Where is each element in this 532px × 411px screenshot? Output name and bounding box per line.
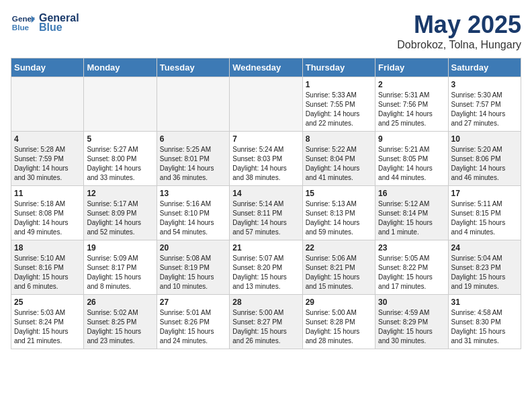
day-info: Sunrise: 5:05 AM Sunset: 8:22 PM Dayligh… [378,254,445,291]
day-info: Sunrise: 5:27 AM Sunset: 8:00 PM Dayligh… [87,145,153,183]
weekday-header-sunday: Sunday [11,58,84,77]
day-cell: 23Sunrise: 5:05 AM Sunset: 8:22 PM Dayli… [375,240,448,295]
calendar-header: SundayMondayTuesdayWednesdayThursdayFrid… [11,58,521,77]
day-cell: 25Sunrise: 5:03 AM Sunset: 8:24 PM Dayli… [11,295,84,349]
weekday-header-wednesday: Wednesday [230,58,302,77]
logo-icon: General Blue [11,11,35,35]
day-cell: 21Sunrise: 5:07 AM Sunset: 8:20 PM Dayli… [230,240,302,295]
day-cell [157,77,229,132]
day-info: Sunrise: 5:03 AM Sunset: 8:24 PM Dayligh… [14,308,81,346]
day-info: Sunrise: 5:00 AM Sunset: 8:28 PM Dayligh… [306,308,372,346]
day-cell: 27Sunrise: 5:01 AM Sunset: 8:26 PM Dayli… [157,295,229,349]
day-cell: 5Sunrise: 5:27 AM Sunset: 8:00 PM Daylig… [84,132,157,186]
day-number: 18 [14,243,81,253]
day-number: 30 [378,298,445,307]
day-number: 10 [451,134,518,144]
day-number: 17 [451,189,518,198]
day-number: 12 [87,189,153,198]
svg-text:Blue: Blue [12,23,30,32]
day-info: Sunrise: 5:17 AM Sunset: 8:09 PM Dayligh… [87,199,153,237]
day-info: Sunrise: 5:09 AM Sunset: 8:17 PM Dayligh… [87,254,153,291]
day-cell [84,77,157,132]
day-info: Sunrise: 5:02 AM Sunset: 8:25 PM Dayligh… [87,308,153,346]
day-cell: 26Sunrise: 5:02 AM Sunset: 8:25 PM Dayli… [84,295,157,349]
day-number: 28 [232,298,299,307]
day-cell: 9Sunrise: 5:21 AM Sunset: 8:05 PM Daylig… [375,132,448,186]
day-number: 27 [160,298,226,307]
day-info: Sunrise: 5:30 AM Sunset: 7:57 PM Dayligh… [451,91,518,128]
day-info: Sunrise: 5:12 AM Sunset: 8:14 PM Dayligh… [378,199,445,237]
day-cell: 7Sunrise: 5:24 AM Sunset: 8:03 PM Daylig… [230,132,302,186]
day-cell: 31Sunrise: 4:58 AM Sunset: 8:30 PM Dayli… [448,295,521,349]
day-cell: 2Sunrise: 5:31 AM Sunset: 7:56 PM Daylig… [375,77,448,132]
day-number: 24 [451,243,518,253]
day-cell: 3Sunrise: 5:30 AM Sunset: 7:57 PM Daylig… [448,77,521,132]
day-info: Sunrise: 5:31 AM Sunset: 7:56 PM Dayligh… [378,91,445,128]
day-cell: 15Sunrise: 5:13 AM Sunset: 8:13 PM Dayli… [302,186,375,240]
week-row-1: 1Sunrise: 5:33 AM Sunset: 7:55 PM Daylig… [11,77,521,132]
day-cell: 30Sunrise: 4:59 AM Sunset: 8:29 PM Dayli… [375,295,448,349]
week-row-3: 11Sunrise: 5:18 AM Sunset: 8:08 PM Dayli… [11,186,521,240]
weekday-header-thursday: Thursday [302,58,375,77]
day-number: 25 [14,298,81,307]
day-cell: 20Sunrise: 5:08 AM Sunset: 8:19 PM Dayli… [157,240,229,295]
day-number: 6 [160,134,226,144]
day-number: 11 [14,189,81,198]
day-number: 8 [306,134,372,144]
day-number: 20 [160,243,226,253]
day-number: 19 [87,243,153,253]
day-info: Sunrise: 5:28 AM Sunset: 7:59 PM Dayligh… [14,145,81,183]
day-cell: 13Sunrise: 5:16 AM Sunset: 8:10 PM Dayli… [157,186,229,240]
day-info: Sunrise: 5:14 AM Sunset: 8:11 PM Dayligh… [232,199,299,237]
week-row-5: 25Sunrise: 5:03 AM Sunset: 8:24 PM Dayli… [11,295,521,349]
day-cell: 18Sunrise: 5:10 AM Sunset: 8:16 PM Dayli… [11,240,84,295]
calendar-table: SundayMondayTuesdayWednesdayThursdayFrid… [11,58,521,349]
day-number: 1 [306,80,372,89]
logo: General Blue General Blue [11,11,79,35]
day-cell: 12Sunrise: 5:17 AM Sunset: 8:09 PM Dayli… [84,186,157,240]
day-info: Sunrise: 5:18 AM Sunset: 8:08 PM Dayligh… [14,199,81,237]
title-block: May 2025 Dobrokoz, Tolna, Hungary [397,11,521,51]
day-cell [230,77,302,132]
day-info: Sunrise: 5:20 AM Sunset: 8:06 PM Dayligh… [451,145,518,183]
day-number: 23 [378,243,445,253]
day-number: 9 [378,134,445,144]
weekday-header-saturday: Saturday [448,58,521,77]
day-number: 14 [232,189,299,198]
day-info: Sunrise: 5:01 AM Sunset: 8:26 PM Dayligh… [160,308,226,346]
day-number: 5 [87,134,153,144]
day-cell: 24Sunrise: 5:04 AM Sunset: 8:23 PM Dayli… [448,240,521,295]
day-info: Sunrise: 5:10 AM Sunset: 8:16 PM Dayligh… [14,254,81,291]
day-cell: 28Sunrise: 5:00 AM Sunset: 8:27 PM Dayli… [230,295,302,349]
calendar-subtitle: Dobrokoz, Tolna, Hungary [397,39,521,51]
calendar-title: May 2025 [397,11,521,39]
day-info: Sunrise: 5:04 AM Sunset: 8:23 PM Dayligh… [451,254,518,291]
page-header: General Blue General Blue May 2025 Dobro… [11,11,521,51]
day-number: 16 [378,189,445,198]
day-info: Sunrise: 5:21 AM Sunset: 8:05 PM Dayligh… [378,145,445,183]
day-number: 22 [306,243,372,253]
week-row-2: 4Sunrise: 5:28 AM Sunset: 7:59 PM Daylig… [11,132,521,186]
day-info: Sunrise: 5:11 AM Sunset: 8:15 PM Dayligh… [451,199,518,237]
day-cell: 6Sunrise: 5:25 AM Sunset: 8:01 PM Daylig… [157,132,229,186]
day-info: Sunrise: 5:06 AM Sunset: 8:21 PM Dayligh… [306,254,372,291]
weekday-header-monday: Monday [84,58,157,77]
header-row: SundayMondayTuesdayWednesdayThursdayFrid… [11,58,521,77]
day-number: 4 [14,134,81,144]
day-info: Sunrise: 5:22 AM Sunset: 8:04 PM Dayligh… [306,145,372,183]
day-number: 3 [451,80,518,89]
day-info: Sunrise: 5:00 AM Sunset: 8:27 PM Dayligh… [232,308,299,346]
day-cell: 16Sunrise: 5:12 AM Sunset: 8:14 PM Dayli… [375,186,448,240]
day-info: Sunrise: 5:16 AM Sunset: 8:10 PM Dayligh… [160,199,226,237]
day-info: Sunrise: 5:08 AM Sunset: 8:19 PM Dayligh… [160,254,226,291]
day-info: Sunrise: 5:07 AM Sunset: 8:20 PM Dayligh… [232,254,299,291]
day-number: 26 [87,298,153,307]
day-number: 2 [378,80,445,89]
day-number: 13 [160,189,226,198]
day-cell: 22Sunrise: 5:06 AM Sunset: 8:21 PM Dayli… [302,240,375,295]
day-cell: 17Sunrise: 5:11 AM Sunset: 8:15 PM Dayli… [448,186,521,240]
weekday-header-tuesday: Tuesday [157,58,229,77]
calendar-body: 1Sunrise: 5:33 AM Sunset: 7:55 PM Daylig… [11,77,521,349]
day-cell: 1Sunrise: 5:33 AM Sunset: 7:55 PM Daylig… [302,77,375,132]
day-number: 31 [451,298,518,307]
